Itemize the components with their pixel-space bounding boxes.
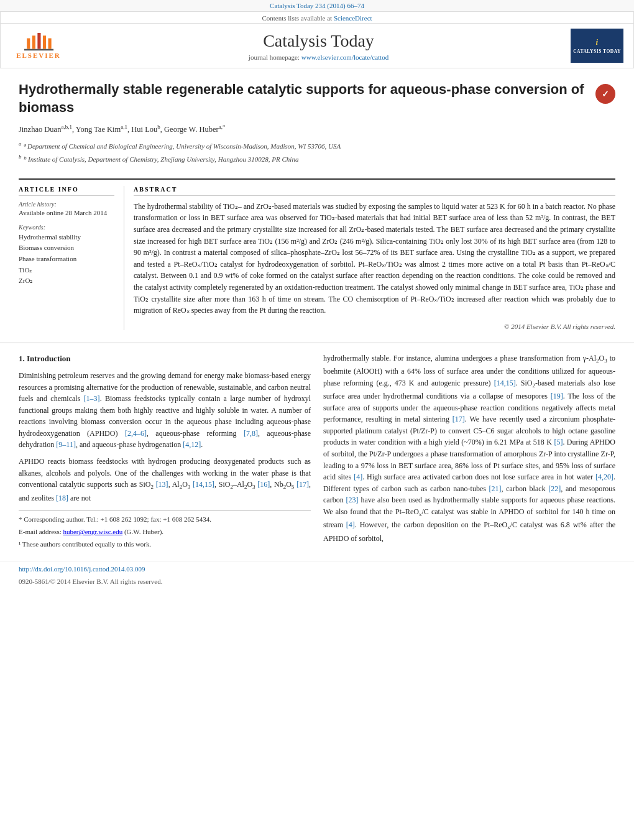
article-content: Hydrothermally stable regenerable cataly… — [0, 68, 634, 343]
ref-17[interactable]: [17] — [296, 480, 309, 489]
keywords-label: Keywords: — [19, 224, 114, 231]
header-logos-row: ELSEVIER Catalysis Today journal homepag… — [1, 24, 633, 68]
elsevier-tree-icon — [22, 33, 56, 52]
abstract-text: The hydrothermal stability of TiO₂– and … — [134, 201, 615, 316]
article-info-heading: ARTICLE INFO — [19, 186, 114, 196]
citation-bar: Catalysis Today 234 (2014) 66–74 — [0, 0, 634, 11]
ref-1-3[interactable]: [1–3] — [84, 394, 100, 403]
ref-22[interactable]: [22] — [548, 484, 561, 493]
ref-4-20[interactable]: [4,20] — [595, 473, 613, 481]
article-body: ARTICLE INFO Article history: Available … — [19, 178, 615, 330]
pii-text: 0920-5861/© 2014 Elsevier B.V. All right… — [19, 578, 163, 585]
doi-link[interactable]: http://dx.doi.org/10.1016/j.cattod.2014.… — [19, 565, 145, 573]
footnote-section: * Corresponding author. Tel.: +1 608 262… — [19, 510, 311, 550]
keyword-3: Phase transformation — [19, 254, 114, 265]
keywords-section: Keywords: Hydrothermal stability Biomass… — [19, 224, 114, 287]
keyword-4: TiO₂ — [19, 265, 114, 276]
right-column: hydrothermally stable. For instance, alu… — [323, 353, 615, 552]
homepage-prefix: journal homepage: — [249, 53, 301, 61]
sciencedirect-link[interactable]: ScienceDirect — [334, 14, 372, 22]
ref-13[interactable]: [13] — [156, 480, 168, 489]
svg-rect-0 — [27, 38, 30, 48]
keyword-1: Hydrothermal stability — [19, 232, 114, 243]
footnote-equal: ¹ These authors contributed equally to t… — [19, 539, 311, 550]
ref-23[interactable]: [23] — [346, 496, 359, 504]
article-info-panel: ARTICLE INFO Article history: Available … — [19, 186, 124, 330]
journal-title-center: Catalysis Today journal homepage: www.el… — [73, 31, 564, 61]
history-section: Article history: Available online 28 Mar… — [19, 201, 114, 216]
catalysis-logo-text: CATALYSIS TODAY — [573, 48, 621, 55]
article-title: Hydrothermally stable regenerable cataly… — [19, 81, 589, 116]
keyword-2: Biomass conversion — [19, 242, 114, 254]
abstract-heading: ABSTRACT — [134, 186, 615, 196]
elsevier-logo: ELSEVIER — [11, 33, 67, 59]
contents-label: Contents lists available at — [262, 14, 333, 22]
pii-section: 0920-5861/© 2014 Elsevier B.V. All right… — [0, 576, 634, 590]
left-column: 1. Introduction Diminishing petroleum re… — [19, 353, 311, 552]
doi-section: http://dx.doi.org/10.1016/j.cattod.2014.… — [0, 561, 634, 576]
catalysis-logo: i CATALYSIS TODAY — [571, 29, 623, 63]
ref-18[interactable]: [18] — [56, 494, 68, 502]
homepage-url[interactable]: www.elsevier.com/locate/cattod — [301, 53, 388, 61]
journal-homepage: journal homepage: www.elsevier.com/locat… — [73, 53, 564, 61]
svg-rect-1 — [32, 35, 35, 48]
intro-para2: APHDO reacts biomass feedstocks with hyd… — [19, 456, 311, 504]
keyword-5: ZrO₂ — [19, 275, 114, 287]
ref-5[interactable]: [5] — [554, 438, 563, 446]
ref-4-12[interactable]: [4,12] — [183, 440, 201, 449]
available-online: Available online 28 March 2014 — [19, 209, 114, 216]
title-row: Hydrothermally stable regenerable cataly… — [19, 81, 615, 172]
svg-rect-2 — [37, 33, 40, 49]
keywords-list: Hydrothermal stability Biomass conversio… — [19, 232, 114, 287]
authors: Jinzhao Duana,b,1, Yong Tae Kima,1, Hui … — [19, 124, 589, 134]
ref-14-15b[interactable]: [14,15] — [494, 379, 516, 387]
ref-9-11[interactable]: [9–11] — [56, 440, 76, 449]
footnote-email: E-mail address: huber@engr.wisc.edu (G.W… — [19, 527, 311, 537]
ref-7-8[interactable]: [7,8] — [244, 429, 258, 438]
ref-2-4-6[interactable]: [2,4–6] — [125, 429, 147, 438]
authors-text: Jinzhao Duana,b,1, Yong Tae Kima,1, Hui … — [19, 125, 225, 134]
citation-text: Catalysis Today 234 (2014) 66–74 — [270, 2, 364, 9]
journal-title: Catalysis Today — [73, 31, 564, 51]
footnote-corresponding: * Corresponding author. Tel.: +1 608 262… — [19, 514, 311, 525]
ref-16[interactable]: [16] — [257, 480, 270, 489]
ref-19[interactable]: [19] — [551, 392, 563, 400]
ref-21[interactable]: [21] — [489, 484, 502, 493]
email-link[interactable]: huber@engr.wisc.edu — [63, 528, 122, 535]
svg-rect-3 — [42, 35, 45, 48]
journal-header: Contents lists available at ScienceDirec… — [0, 11, 634, 68]
affiliation-a: a ᵃ Department of Chemical and Biologica… — [19, 139, 589, 152]
abstract-section: ABSTRACT The hydrothermal stability of T… — [124, 186, 615, 330]
right-para1: hydrothermally stable. For instance, alu… — [323, 353, 615, 544]
affiliations: a ᵃ Department of Chemical and Biologica… — [19, 139, 589, 165]
intro-para1: Diminishing petroleum reserves and the g… — [19, 370, 311, 451]
two-col-section: 1. Introduction Diminishing petroleum re… — [0, 343, 634, 561]
elsevier-label: ELSEVIER — [16, 52, 61, 59]
svg-rect-4 — [48, 38, 51, 48]
ref-4c[interactable]: [4] — [346, 520, 355, 529]
ref-17b[interactable]: [17] — [453, 415, 465, 423]
crossmark-icon[interactable]: ✓ — [595, 84, 615, 104]
svg-rect-5 — [24, 48, 53, 50]
intro-heading: 1. Introduction — [19, 353, 311, 365]
history-label: Article history: — [19, 201, 114, 208]
copyright-line: © 2014 Elsevier B.V. All rights reserved… — [134, 323, 615, 330]
ref-4b[interactable]: [4] — [354, 473, 362, 481]
affiliation-b: b ᵇ Institute of Catalysis, Department o… — [19, 152, 589, 165]
ref-14-15[interactable]: [14,15] — [193, 480, 214, 489]
